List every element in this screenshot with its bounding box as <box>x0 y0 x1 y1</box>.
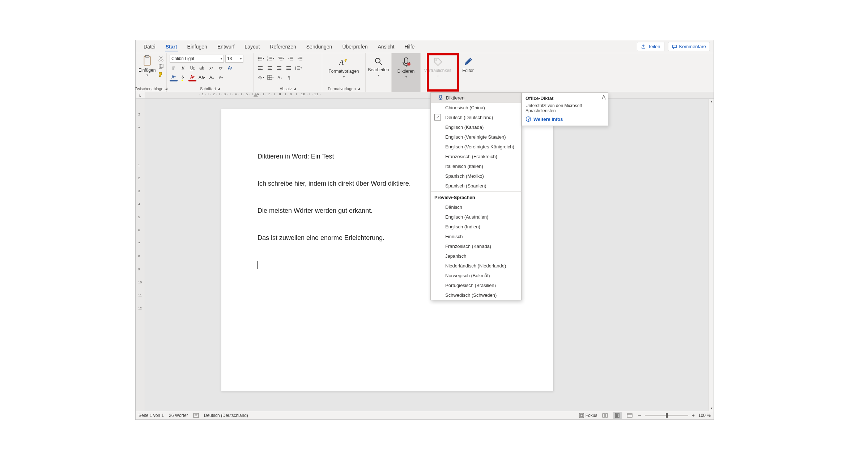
zoom-slider[interactable] <box>645 415 688 416</box>
focus-button[interactable]: Fokus <box>579 413 597 418</box>
preview-language-option[interactable]: Norwegisch (Bokmål) <box>431 271 521 280</box>
view-read-icon[interactable] <box>601 412 609 419</box>
font-name-combo[interactable]: Calibri Light▾ <box>170 55 224 63</box>
status-language[interactable]: Deutsch (Deutschland) <box>204 413 248 418</box>
numbering-button[interactable]: 123▾ <box>267 55 275 63</box>
paste-label[interactable]: Einfügen <box>139 68 156 73</box>
cut-icon[interactable] <box>158 55 164 62</box>
tab-ansicht[interactable]: Ansicht <box>373 40 399 53</box>
tab-einfügen[interactable]: Einfügen <box>182 40 212 53</box>
zoom-in-button[interactable]: + <box>692 413 695 418</box>
language-option[interactable]: Spanisch (Spanien) <box>431 181 521 191</box>
preview-language-option[interactable]: Portugiesisch (Brasilien) <box>431 280 521 290</box>
preview-language-option[interactable]: Englisch (Indien) <box>431 222 521 232</box>
font-size-combo[interactable]: 13▾ <box>225 55 243 63</box>
font-launcher-icon[interactable]: ◢ <box>217 87 220 90</box>
line-spacing-button[interactable]: ▾ <box>294 64 303 72</box>
increase-indent-button[interactable] <box>296 55 304 63</box>
tab-sendungen[interactable]: Sendungen <box>301 40 337 53</box>
align-right-button[interactable] <box>275 64 283 72</box>
spellcheck-icon[interactable] <box>193 413 199 418</box>
scroll-down-icon[interactable]: ▾ <box>709 406 714 411</box>
paste-icon[interactable] <box>142 55 152 67</box>
preview-language-option[interactable]: Französisch (Kanada) <box>431 241 521 251</box>
language-option[interactable]: Englisch (Kanada) <box>431 122 521 132</box>
language-option[interactable]: Englisch (Vereinigte Staaten) <box>431 132 521 142</box>
language-option[interactable]: Englisch (Vereinigtes Königreich) <box>431 142 521 152</box>
shading-button[interactable]: ▾ <box>256 73 265 81</box>
language-option[interactable]: Spanisch (Mexiko) <box>431 171 521 181</box>
bullets-button[interactable]: ▾ <box>256 55 265 63</box>
language-option[interactable]: Italienisch (Italien) <box>431 161 521 171</box>
shrink-font-button[interactable]: A▾ <box>217 73 225 81</box>
text-effects-button[interactable]: A▾ <box>226 64 234 72</box>
svg-rect-21 <box>193 413 199 418</box>
tab-referenzen[interactable]: Referenzen <box>265 40 301 53</box>
align-left-button[interactable] <box>256 64 264 72</box>
comments-button[interactable]: Kommentare <box>668 42 710 51</box>
language-option[interactable]: Chinesisch (China) <box>431 103 521 113</box>
tab-überprüfen[interactable]: Überprüfen <box>337 40 373 53</box>
format-painter-icon[interactable] <box>158 71 164 78</box>
tab-entwurf[interactable]: Entwurf <box>212 40 239 53</box>
borders-button[interactable]: ▾ <box>267 73 275 81</box>
italic-button[interactable]: K <box>179 64 187 72</box>
font-color-2-button[interactable]: A▾ <box>170 73 178 81</box>
callout-more-info-link[interactable]: ? Weitere Infos <box>526 116 604 122</box>
vertical-ruler[interactable]: 2 1 1 2 3 4 5 6 7 8 9 10 11 12 <box>136 99 145 411</box>
tab-start[interactable]: Start <box>161 40 182 53</box>
bold-button[interactable]: F <box>170 64 178 72</box>
multilevel-button[interactable]: ▾ <box>277 55 285 63</box>
tab-layout[interactable]: Layout <box>239 40 265 53</box>
grow-font-button[interactable]: A▴ <box>208 73 216 81</box>
status-words[interactable]: 26 Wörter <box>169 413 188 418</box>
view-print-icon[interactable] <box>613 412 622 419</box>
vertical-scrollbar[interactable]: ▴ ▾ <box>709 99 714 411</box>
language-option[interactable]: Französisch (Frankreich) <box>431 152 521 161</box>
dictate-button[interactable]: Diktieren ▾ <box>395 55 417 79</box>
zoom-thumb[interactable] <box>666 413 668 418</box>
language-option[interactable]: Deutsch (Deutschland)✓ <box>431 113 521 122</box>
superscript-button[interactable]: x2 <box>217 64 225 72</box>
ruler-corner[interactable]: L <box>136 92 145 98</box>
font-color-button[interactable]: A▾ <box>188 73 196 81</box>
status-page[interactable]: Seite 1 von 1 <box>139 413 164 418</box>
share-button[interactable]: Teilen <box>637 42 664 51</box>
editor-button[interactable]: Editor <box>458 55 478 74</box>
styles-launcher-icon[interactable]: ◢ <box>357 87 360 90</box>
underline-button[interactable]: U ▾ <box>188 64 196 72</box>
horizontal-ruler[interactable]: L · 1 · ı · 2 · ı · 3 · ı · 4 · ı · 5 · … <box>136 92 714 99</box>
strikethrough-button[interactable]: ab <box>198 64 206 72</box>
info-icon: ? <box>526 116 531 122</box>
tab-hilfe[interactable]: Hilfe <box>399 40 420 53</box>
preview-language-option[interactable]: Niederländisch (Niederlande) <box>431 261 521 271</box>
preview-language-option[interactable]: Englisch (Australien) <box>431 212 521 222</box>
tag-icon <box>433 57 443 67</box>
decrease-indent-button[interactable] <box>287 55 295 63</box>
scroll-up-icon[interactable]: ▴ <box>709 99 714 104</box>
subscript-button[interactable]: x2 <box>207 64 215 72</box>
zoom-out-button[interactable]: − <box>638 412 641 419</box>
paragraph-launcher-icon[interactable]: ◢ <box>293 87 296 90</box>
sensitivity-label: Vertraulichkeit <box>424 68 451 73</box>
copy-icon[interactable] <box>158 63 164 70</box>
sort-button[interactable]: A↓ <box>276 73 284 81</box>
align-center-button[interactable] <box>266 64 274 72</box>
align-justify-button[interactable] <box>285 64 293 72</box>
view-web-icon[interactable] <box>625 412 634 419</box>
preview-language-option[interactable]: Schwedisch (Schweden) <box>431 290 521 300</box>
highlight-button[interactable]: ℓ▾ <box>179 73 187 81</box>
preview-language-option[interactable]: Finnisch <box>431 232 521 241</box>
preview-language-option[interactable]: Dänisch <box>431 202 521 212</box>
paste-caret-icon[interactable]: ▾ <box>146 73 148 77</box>
tab-datei[interactable]: Datei <box>139 40 161 53</box>
ribbon: Einfügen ▾ Zwischenablage ◢ <box>136 53 714 92</box>
editing-button[interactable]: Bearbeiten ▾ <box>367 55 390 78</box>
callout-close-icon[interactable]: ⋀ <box>602 94 606 100</box>
styles-button[interactable]: A Formatvorlagen ▾ <box>330 55 358 79</box>
zoom-value[interactable]: 100 % <box>698 413 711 418</box>
change-case-button[interactable]: Aa▾ <box>198 73 206 81</box>
preview-language-option[interactable]: Japanisch <box>431 251 521 261</box>
dictate-menu-header[interactable]: Diktieren <box>431 93 521 103</box>
show-marks-button[interactable]: ¶ <box>285 73 293 81</box>
